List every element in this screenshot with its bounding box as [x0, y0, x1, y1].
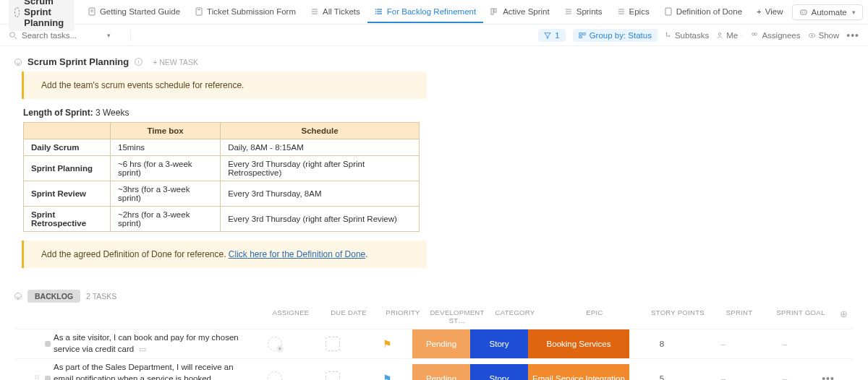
- groupby-pill[interactable]: Group by: Status: [573, 29, 658, 42]
- dod-link[interactable]: Click here for the Definition of Done: [229, 249, 365, 259]
- epic-cell[interactable]: Email Service Integration: [528, 364, 629, 380]
- group-icon: [579, 32, 586, 39]
- sprint-cell[interactable]: –: [694, 340, 752, 348]
- row-more-button[interactable]: •••: [817, 373, 839, 380]
- status-pill[interactable]: BACKLOG: [27, 290, 80, 303]
- list-title: Scrum Sprint Planning: [27, 56, 129, 67]
- schedule-table: Time box Schedule Daily Scrum 15mins Dai…: [23, 122, 420, 232]
- status-dot[interactable]: [45, 341, 51, 347]
- priority-cell[interactable]: ⚑: [362, 338, 412, 350]
- list-icon: [310, 7, 319, 16]
- callout-dod: Add the agreed Definition of Done for re…: [22, 241, 427, 268]
- points-cell[interactable]: 5: [629, 374, 694, 380]
- col-category[interactable]: CATEGORY: [486, 308, 544, 324]
- robot-icon: [799, 8, 808, 17]
- collapse-icon[interactable]: [14, 59, 22, 66]
- svg-rect-23: [801, 10, 807, 14]
- search-wrap[interactable]: ▾: [9, 31, 124, 40]
- tab-epics[interactable]: Epics: [610, 1, 657, 23]
- col-sprint[interactable]: SPRINT: [710, 308, 768, 324]
- assignee-cell[interactable]: [246, 371, 304, 380]
- plus-icon: +: [757, 7, 762, 16]
- table-row: Sprint Review ~3hrs (for a 3-week sprint…: [24, 181, 420, 207]
- show-toggle[interactable]: Show: [808, 31, 840, 40]
- search-input[interactable]: [22, 31, 101, 40]
- epic-cell[interactable]: Booking Services: [528, 329, 629, 358]
- goal-cell[interactable]: –: [752, 340, 817, 348]
- col-duedate[interactable]: DUE DATE: [320, 308, 378, 324]
- duedate-cell[interactable]: [304, 337, 362, 351]
- col-goal[interactable]: SPRINT GOAL: [768, 308, 833, 324]
- drag-handle[interactable]: ⠿: [29, 374, 45, 380]
- note-icon[interactable]: ▭: [139, 344, 146, 355]
- tab-all-tickets[interactable]: All Tickets: [303, 1, 367, 23]
- devstatus-cell[interactable]: Pending: [412, 364, 470, 380]
- add-view-button[interactable]: + View: [749, 1, 790, 23]
- add-column[interactable]: ⊕: [833, 308, 855, 324]
- info-icon[interactable]: i: [135, 58, 142, 66]
- sprint-cell[interactable]: –: [694, 374, 752, 380]
- chevron-down-icon[interactable]: ▾: [107, 32, 111, 39]
- col-priority[interactable]: PRIORITY: [378, 308, 428, 324]
- svg-rect-3: [196, 8, 202, 15]
- assignee-cell[interactable]: [246, 337, 304, 351]
- more-button[interactable]: •••: [846, 30, 859, 41]
- category-cell[interactable]: Story: [470, 329, 528, 358]
- task-name[interactable]: As part of the Sales Department, I will …: [54, 359, 246, 380]
- points-cell[interactable]: 8: [629, 340, 694, 348]
- task-count: 2 TASKS: [86, 292, 116, 301]
- assignee-placeholder-icon: [268, 337, 282, 351]
- filter-pill[interactable]: 1: [538, 29, 565, 42]
- svg-point-24: [801, 12, 803, 13]
- doc-icon: [664, 7, 673, 16]
- me-toggle[interactable]: Me ·: [716, 31, 743, 40]
- assignees-toggle[interactable]: Assignees: [750, 31, 800, 40]
- th-blank: [24, 123, 111, 139]
- new-task-inline[interactable]: + NEW TASK: [153, 58, 198, 66]
- svg-rect-33: [579, 33, 581, 35]
- col-assignee[interactable]: ASSIGNEE: [262, 308, 320, 324]
- tab-sprints[interactable]: Sprints: [557, 1, 610, 23]
- tab-getting-started[interactable]: Getting Started Guide: [80, 1, 187, 23]
- list-header: Scrum Sprint Planning i + NEW TASK: [14, 56, 854, 67]
- col-points[interactable]: STORY POINTS: [645, 308, 710, 324]
- assignee-placeholder-icon: [268, 371, 282, 380]
- doc-icon: [88, 7, 96, 16]
- space-icon: [14, 7, 20, 17]
- svg-rect-4: [197, 9, 200, 10]
- table-row: Sprint Planning ~6 hrs (for a 3-week spr…: [24, 156, 420, 181]
- category-cell[interactable]: Story: [470, 364, 528, 380]
- subtasks-toggle[interactable]: Subtasks: [665, 31, 709, 40]
- col-epic[interactable]: EPIC: [544, 308, 645, 324]
- task-name[interactable]: As a site visitor, I can book and pay fo…: [54, 329, 246, 358]
- devstatus-cell[interactable]: Pending: [412, 329, 470, 358]
- task-row[interactable]: As a site visitor, I can book and pay fo…: [14, 329, 854, 358]
- goal-cell[interactable]: –: [752, 374, 817, 380]
- collapse-icon[interactable]: [14, 293, 22, 300]
- svg-point-39: [752, 33, 754, 35]
- tab-active-sprint[interactable]: Active Sprint: [483, 1, 557, 23]
- tab-backlog-refinement[interactable]: For Backlog Refinement: [367, 1, 483, 23]
- svg-point-36: [666, 32, 668, 33]
- tab-definition-of-done[interactable]: Definition of Done: [657, 1, 749, 23]
- hover-icons: ▭: [139, 344, 146, 355]
- space-title[interactable]: Scrum Sprint Planning: [9, 0, 75, 31]
- sprint-length: Length of Sprint: 3 Weeks: [23, 108, 854, 118]
- svg-rect-14: [491, 9, 493, 14]
- svg-point-38: [719, 33, 721, 35]
- svg-point-11: [375, 9, 376, 10]
- form-icon: [195, 7, 203, 16]
- svg-point-13: [375, 13, 376, 14]
- automate-button[interactable]: Automate ▾: [792, 4, 863, 20]
- status-dot[interactable]: [45, 376, 51, 380]
- svg-point-25: [804, 12, 805, 13]
- duedate-cell[interactable]: [304, 371, 362, 380]
- col-devstatus[interactable]: DEVELOPMENT ST…: [428, 308, 486, 324]
- task-row[interactable]: ⠿ As part of the Sales Department, I wil…: [14, 358, 854, 380]
- board-icon: [490, 7, 499, 16]
- table-row: Daily Scrum 15mins Daily, 8AM - 8:15AM: [24, 139, 420, 156]
- priority-cell[interactable]: ⚑: [362, 373, 412, 380]
- flag-icon: ⚑: [383, 373, 392, 380]
- tab-ticket-submission[interactable]: Ticket Submission Form: [187, 1, 303, 23]
- callout-schedule: Add the team's scrum events schedule for…: [22, 72, 427, 99]
